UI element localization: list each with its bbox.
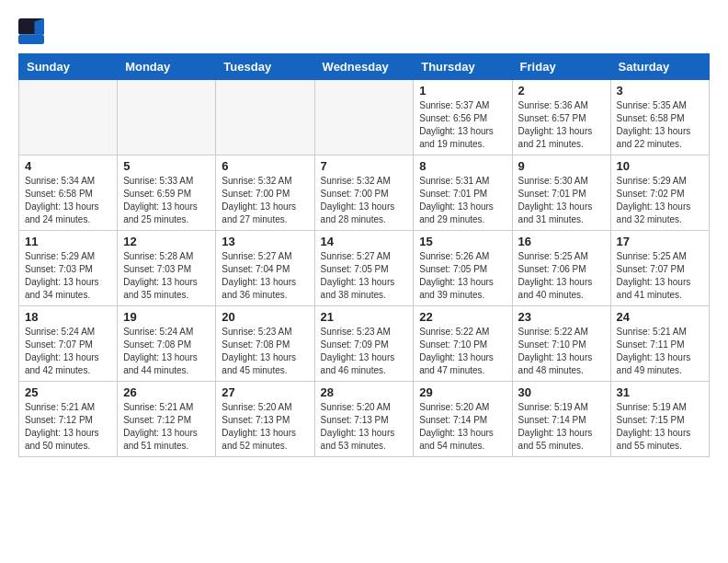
day-cell: 1Sunrise: 5:37 AM Sunset: 6:56 PM Daylig… bbox=[414, 80, 512, 155]
day-number: 16 bbox=[518, 235, 605, 248]
day-info: Sunrise: 5:27 AM Sunset: 7:05 PM Dayligh… bbox=[321, 250, 408, 302]
day-number: 14 bbox=[321, 235, 408, 248]
day-info: Sunrise: 5:27 AM Sunset: 7:04 PM Dayligh… bbox=[222, 250, 308, 302]
day-info: Sunrise: 5:34 AM Sunset: 6:58 PM Dayligh… bbox=[25, 175, 111, 226]
day-cell: 4Sunrise: 5:34 AM Sunset: 6:58 PM Daylig… bbox=[19, 155, 118, 231]
day-number: 24 bbox=[617, 310, 703, 324]
day-number: 22 bbox=[419, 310, 506, 324]
day-cell: 27Sunrise: 5:20 AM Sunset: 7:13 PM Dayli… bbox=[216, 382, 314, 457]
day-info: Sunrise: 5:37 AM Sunset: 6:56 PM Dayligh… bbox=[419, 99, 506, 151]
calendar-table: SundayMondayTuesdayWednesdayThursdayFrid… bbox=[18, 53, 710, 457]
day-info: Sunrise: 5:33 AM Sunset: 6:59 PM Dayligh… bbox=[123, 175, 210, 226]
day-info: Sunrise: 5:35 AM Sunset: 6:58 PM Dayligh… bbox=[617, 99, 703, 151]
day-number: 4 bbox=[25, 159, 111, 173]
day-cell: 17Sunrise: 5:25 AM Sunset: 7:07 PM Dayli… bbox=[610, 231, 709, 306]
day-number: 2 bbox=[518, 84, 605, 98]
week-row-4: 18Sunrise: 5:24 AM Sunset: 7:07 PM Dayli… bbox=[19, 306, 710, 382]
day-cell: 14Sunrise: 5:27 AM Sunset: 7:05 PM Dayli… bbox=[314, 231, 414, 306]
day-info: Sunrise: 5:21 AM Sunset: 7:12 PM Dayligh… bbox=[123, 401, 210, 453]
day-cell: 13Sunrise: 5:27 AM Sunset: 7:04 PM Dayli… bbox=[216, 231, 314, 306]
day-cell: 11Sunrise: 5:29 AM Sunset: 7:03 PM Dayli… bbox=[19, 231, 118, 306]
day-cell: 2Sunrise: 5:36 AM Sunset: 6:57 PM Daylig… bbox=[512, 80, 610, 155]
day-info: Sunrise: 5:36 AM Sunset: 6:57 PM Dayligh… bbox=[518, 99, 605, 151]
day-cell: 22Sunrise: 5:22 AM Sunset: 7:10 PM Dayli… bbox=[414, 306, 512, 382]
day-info: Sunrise: 5:32 AM Sunset: 7:00 PM Dayligh… bbox=[222, 175, 308, 226]
day-cell: 24Sunrise: 5:21 AM Sunset: 7:11 PM Dayli… bbox=[610, 306, 709, 382]
day-info: Sunrise: 5:20 AM Sunset: 7:14 PM Dayligh… bbox=[419, 401, 506, 453]
day-number: 13 bbox=[222, 235, 308, 248]
day-cell: 3Sunrise: 5:35 AM Sunset: 6:58 PM Daylig… bbox=[610, 80, 709, 155]
day-number: 1 bbox=[419, 84, 506, 98]
day-info: Sunrise: 5:19 AM Sunset: 7:15 PM Dayligh… bbox=[617, 401, 703, 453]
day-cell bbox=[314, 80, 414, 155]
day-cell: 15Sunrise: 5:26 AM Sunset: 7:05 PM Dayli… bbox=[414, 231, 512, 306]
day-info: Sunrise: 5:30 AM Sunset: 7:01 PM Dayligh… bbox=[518, 175, 605, 226]
day-cell: 19Sunrise: 5:24 AM Sunset: 7:08 PM Dayli… bbox=[118, 306, 216, 382]
weekday-header-sunday: Sunday bbox=[19, 54, 118, 80]
day-info: Sunrise: 5:28 AM Sunset: 7:03 PM Dayligh… bbox=[123, 250, 210, 302]
day-cell: 5Sunrise: 5:33 AM Sunset: 6:59 PM Daylig… bbox=[118, 155, 216, 231]
day-cell: 25Sunrise: 5:21 AM Sunset: 7:12 PM Dayli… bbox=[19, 382, 118, 457]
day-info: Sunrise: 5:25 AM Sunset: 7:06 PM Dayligh… bbox=[518, 250, 605, 302]
day-number: 20 bbox=[222, 310, 308, 324]
week-row-5: 25Sunrise: 5:21 AM Sunset: 7:12 PM Dayli… bbox=[19, 382, 710, 457]
day-number: 21 bbox=[321, 310, 408, 324]
weekday-header-row: SundayMondayTuesdayWednesdayThursdayFrid… bbox=[19, 54, 710, 80]
day-cell: 23Sunrise: 5:22 AM Sunset: 7:10 PM Dayli… bbox=[512, 306, 610, 382]
day-info: Sunrise: 5:23 AM Sunset: 7:08 PM Dayligh… bbox=[222, 326, 308, 377]
day-cell: 20Sunrise: 5:23 AM Sunset: 7:08 PM Dayli… bbox=[216, 306, 314, 382]
day-cell: 28Sunrise: 5:20 AM Sunset: 7:13 PM Dayli… bbox=[314, 382, 414, 457]
day-cell bbox=[19, 80, 118, 155]
day-number: 26 bbox=[123, 385, 210, 399]
day-cell: 7Sunrise: 5:32 AM Sunset: 7:00 PM Daylig… bbox=[314, 155, 414, 231]
day-info: Sunrise: 5:26 AM Sunset: 7:05 PM Dayligh… bbox=[419, 250, 506, 302]
day-number: 25 bbox=[25, 385, 111, 399]
day-number: 31 bbox=[617, 385, 703, 399]
day-cell: 8Sunrise: 5:31 AM Sunset: 7:01 PM Daylig… bbox=[414, 155, 512, 231]
day-info: Sunrise: 5:22 AM Sunset: 7:10 PM Dayligh… bbox=[419, 326, 506, 377]
day-cell: 9Sunrise: 5:30 AM Sunset: 7:01 PM Daylig… bbox=[512, 155, 610, 231]
day-number: 19 bbox=[123, 310, 210, 324]
week-row-1: 1Sunrise: 5:37 AM Sunset: 6:56 PM Daylig… bbox=[19, 80, 710, 155]
day-number: 12 bbox=[123, 235, 210, 248]
day-cell: 10Sunrise: 5:29 AM Sunset: 7:02 PM Dayli… bbox=[610, 155, 709, 231]
day-cell: 31Sunrise: 5:19 AM Sunset: 7:15 PM Dayli… bbox=[610, 382, 709, 457]
day-number: 29 bbox=[419, 385, 506, 399]
header bbox=[18, 18, 710, 44]
day-cell: 30Sunrise: 5:19 AM Sunset: 7:14 PM Dayli… bbox=[512, 382, 610, 457]
day-number: 7 bbox=[321, 159, 408, 173]
weekday-header-thursday: Thursday bbox=[414, 54, 512, 80]
logo bbox=[18, 18, 48, 44]
day-number: 3 bbox=[617, 84, 703, 98]
svg-rect-1 bbox=[18, 35, 44, 45]
day-number: 9 bbox=[518, 159, 605, 173]
day-number: 5 bbox=[123, 159, 210, 173]
day-info: Sunrise: 5:25 AM Sunset: 7:07 PM Dayligh… bbox=[617, 250, 703, 302]
day-info: Sunrise: 5:29 AM Sunset: 7:03 PM Dayligh… bbox=[25, 250, 111, 302]
day-number: 27 bbox=[222, 385, 308, 399]
day-info: Sunrise: 5:24 AM Sunset: 7:07 PM Dayligh… bbox=[25, 326, 111, 377]
day-cell: 21Sunrise: 5:23 AM Sunset: 7:09 PM Dayli… bbox=[314, 306, 414, 382]
day-cell: 29Sunrise: 5:20 AM Sunset: 7:14 PM Dayli… bbox=[414, 382, 512, 457]
day-number: 28 bbox=[321, 385, 408, 399]
week-row-3: 11Sunrise: 5:29 AM Sunset: 7:03 PM Dayli… bbox=[19, 231, 710, 306]
day-number: 18 bbox=[25, 310, 111, 324]
day-cell: 6Sunrise: 5:32 AM Sunset: 7:00 PM Daylig… bbox=[216, 155, 314, 231]
day-cell: 16Sunrise: 5:25 AM Sunset: 7:06 PM Dayli… bbox=[512, 231, 610, 306]
weekday-header-tuesday: Tuesday bbox=[216, 54, 314, 80]
day-info: Sunrise: 5:20 AM Sunset: 7:13 PM Dayligh… bbox=[321, 401, 408, 453]
weekday-header-friday: Friday bbox=[512, 54, 610, 80]
day-info: Sunrise: 5:24 AM Sunset: 7:08 PM Dayligh… bbox=[123, 326, 210, 377]
logo-icon bbox=[18, 18, 44, 44]
day-number: 15 bbox=[419, 235, 506, 248]
day-info: Sunrise: 5:19 AM Sunset: 7:14 PM Dayligh… bbox=[518, 401, 605, 453]
weekday-header-wednesday: Wednesday bbox=[314, 54, 414, 80]
day-number: 6 bbox=[222, 159, 308, 173]
day-number: 17 bbox=[617, 235, 703, 248]
day-info: Sunrise: 5:20 AM Sunset: 7:13 PM Dayligh… bbox=[222, 401, 308, 453]
day-info: Sunrise: 5:23 AM Sunset: 7:09 PM Dayligh… bbox=[321, 326, 408, 377]
day-cell bbox=[216, 80, 314, 155]
day-cell: 26Sunrise: 5:21 AM Sunset: 7:12 PM Dayli… bbox=[118, 382, 216, 457]
day-number: 30 bbox=[518, 385, 605, 399]
day-info: Sunrise: 5:31 AM Sunset: 7:01 PM Dayligh… bbox=[419, 175, 506, 226]
